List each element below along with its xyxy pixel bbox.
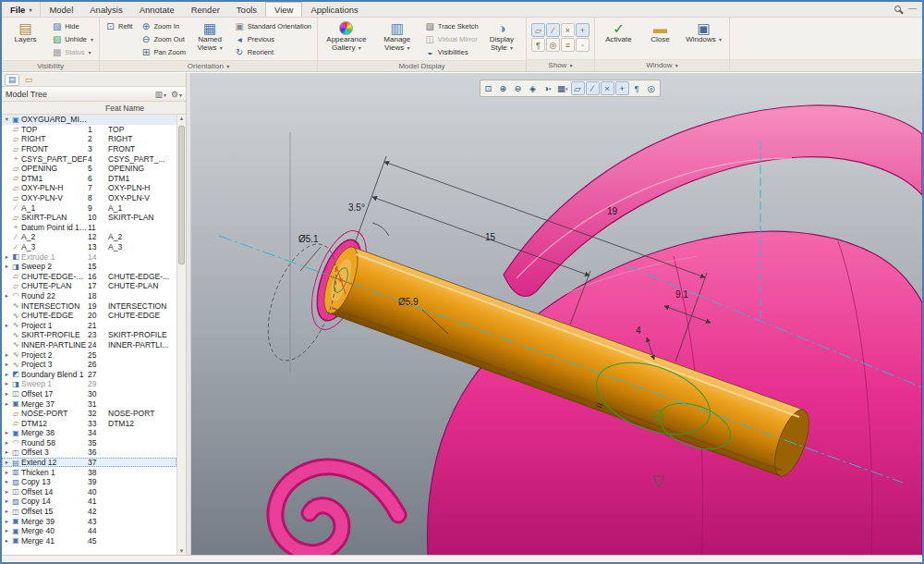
- feature-name[interactable]: Copy 14: [20, 497, 88, 506]
- annotation-display-toggle[interactable]: ¶: [531, 38, 545, 52]
- menu-tab-render[interactable]: Render: [183, 2, 228, 17]
- previous-button[interactable]: ◂Previous: [232, 32, 314, 45]
- tree-row[interactable]: ▱TOP1TOP: [2, 125, 176, 135]
- scroll-up-icon[interactable]: ▲: [177, 116, 186, 121]
- feature-name[interactable]: OXY-PLN-V: [20, 193, 88, 202]
- close-window-button[interactable]: ▬ Close: [642, 19, 678, 44]
- repaint-button[interactable]: ◈: [526, 81, 540, 95]
- status-button[interactable]: ▩Status▾: [49, 45, 96, 58]
- tree-row[interactable]: ∕A_313A_3: [2, 242, 176, 252]
- feature-name[interactable]: TOP: [20, 125, 88, 134]
- tree-row[interactable]: ▸▣Merge 3731: [2, 398, 176, 409]
- tree-row[interactable]: ∕A_19A_1: [2, 202, 176, 213]
- group-label-orientation[interactable]: Orientation ▾: [100, 60, 317, 71]
- feature-name[interactable]: Merge 37: [20, 399, 88, 409]
- saved-orientations-button[interactable]: ▦▾: [555, 81, 570, 95]
- datum-points-toggle[interactable]: ×: [601, 81, 614, 95]
- feature-name[interactable]: Round 58: [20, 438, 88, 448]
- scrollbar-thumb[interactable]: [178, 126, 185, 264]
- tree-row[interactable]: ▱FRONT3FRONT: [2, 144, 176, 154]
- windows-button[interactable]: ▣ Windows ▾: [681, 19, 726, 44]
- feature-name[interactable]: Merge 41: [20, 536, 88, 546]
- spin-center-display-toggle[interactable]: ◎: [546, 38, 560, 52]
- feature-name[interactable]: DTM1: [20, 174, 88, 183]
- plane-display-toggle[interactable]: ▱: [531, 23, 545, 37]
- scroll-down-icon[interactable]: ▼: [177, 548, 186, 554]
- spin-center-toggle[interactable]: ◎: [645, 81, 659, 95]
- display-style-button[interactable]: ◑▾: [541, 81, 554, 95]
- feature-name[interactable]: Offset 3: [20, 448, 88, 457]
- dim-4[interactable]: 4: [636, 325, 641, 336]
- feature-name[interactable]: Offset 17: [20, 389, 88, 398]
- tree-row[interactable]: ▸▣Merge 3834: [2, 428, 176, 438]
- silhouette-display-toggle[interactable]: ◦: [576, 38, 590, 52]
- virtual-mirror-button[interactable]: ◫Virtual Mirror: [422, 32, 478, 45]
- tree-row[interactable]: ▸◩Boundary Blend 127: [2, 369, 176, 379]
- unhide-button[interactable]: ▧Unhide▾: [49, 32, 96, 45]
- named-views-button[interactable]: ▦ Named Views ▾: [190, 19, 228, 53]
- folder-browser-tab[interactable]: ▭: [21, 74, 36, 86]
- tree-expand-icon[interactable]: ▸: [3, 469, 11, 476]
- trace-sketch-button[interactable]: ▨Trace Sketch: [422, 19, 478, 32]
- dim-dia-5-1[interactable]: Ø5.1: [298, 234, 319, 244]
- annotations-toggle[interactable]: ¶: [630, 81, 644, 95]
- tree-row[interactable]: ▸▤Extend 1237: [2, 458, 176, 468]
- tree-expand-icon[interactable]: ▸: [3, 400, 11, 408]
- tree-row[interactable]: ▱NOSE-PORT32NOSE-PORT: [2, 409, 176, 419]
- tree-row[interactable]: ∕A_212A_2: [2, 232, 176, 242]
- tree-expand-icon[interactable]: ▸: [3, 351, 11, 359]
- tree-row[interactable]: ▱DTM1233DTM12: [2, 418, 176, 428]
- feature-name[interactable]: Project 1: [20, 321, 88, 330]
- feature-name[interactable]: Boundary Blend 1: [20, 370, 88, 379]
- tree-row[interactable]: ▸▥Thicken 138: [2, 467, 176, 477]
- notes-display-toggle[interactable]: ≡: [561, 38, 575, 52]
- axis-display-toggle[interactable]: ∕: [546, 23, 560, 37]
- feature-name[interactable]: Merge 38: [20, 428, 88, 437]
- tree-row[interactable]: ▸▣Merge 3943: [2, 516, 176, 526]
- tree-row[interactable]: ▸∿Project 225: [2, 349, 176, 360]
- feature-name[interactable]: CHUTE-PLAN: [20, 281, 88, 290]
- dim-19[interactable]: 19: [607, 206, 618, 216]
- tree-row[interactable]: ▸◧Extrude 114: [2, 251, 176, 262]
- tree-row[interactable]: ▸▨Copy 1441: [2, 497, 176, 507]
- tree-row[interactable]: ▱CHUTE-EDGE-PLAN16CHUTE-EDGE-...: [2, 272, 176, 282]
- tree-expand-icon[interactable]: ▸: [3, 361, 11, 368]
- tree-expand-icon[interactable]: ▸: [3, 488, 11, 496]
- search-icon[interactable]: [894, 6, 901, 12]
- tree-row[interactable]: ▸◫Offset 1730: [2, 389, 176, 399]
- 3d-scene[interactable]: = 19 15 9.1 4: [191, 73, 922, 555]
- feature-name[interactable]: Offset 14: [20, 487, 88, 497]
- tree-row[interactable]: ▸◫Offset 1542: [2, 507, 176, 517]
- tree-expand-icon[interactable]: ▸: [3, 263, 11, 270]
- tree-row[interactable]: ∿INTERSECTION19INTERSECTION: [2, 300, 176, 311]
- reorient-button[interactable]: ↻Reorient: [232, 45, 314, 58]
- tree-row[interactable]: ▸◠Round 5835: [2, 438, 176, 448]
- display-style-button[interactable]: ◑ Display Style ▾: [480, 19, 523, 53]
- tree-row[interactable]: ▸◠Round 2218: [2, 291, 176, 301]
- feature-name[interactable]: Project 3: [20, 360, 88, 369]
- feature-name[interactable]: Thicken 1: [20, 468, 88, 477]
- feature-name[interactable]: DTM12: [20, 419, 88, 428]
- feature-name[interactable]: INTERSECTION: [20, 301, 88, 311]
- tree-expand-icon[interactable]: ▸: [3, 448, 11, 456]
- tree-expand-icon[interactable]: ▸: [3, 322, 11, 329]
- model-tree-tab[interactable]: ▤: [5, 74, 19, 86]
- zoom-out-button[interactable]: ⊖Zoom Out: [138, 32, 188, 45]
- tree-expand-icon[interactable]: ▸: [3, 253, 11, 261]
- feature-name[interactable]: CHUTE-EDGE: [20, 311, 88, 320]
- tree-row[interactable]: ▱CHUTE-PLAN17CHUTE-PLAN: [2, 281, 176, 291]
- datum-planes-toggle[interactable]: ▱: [571, 81, 585, 95]
- tree-row[interactable]: ▱SKIRT-PLAN10SKIRT-PLAN: [2, 213, 176, 223]
- tree-row[interactable]: ▱OPENING5OPENING: [2, 164, 176, 174]
- tree-row[interactable]: ▸∿Project 326: [2, 360, 176, 370]
- tree-expand-icon[interactable]: ▸: [3, 527, 11, 534]
- tree-row[interactable]: ▱OXY-PLN-V8OXY-PLN-V: [2, 193, 176, 203]
- tree-expand-icon[interactable]: ▸: [3, 508, 11, 515]
- tree-row[interactable]: ▾▣OXYGUARD_MINI_FLARE: [2, 115, 176, 125]
- zoom-in-button[interactable]: ⊕: [496, 81, 510, 95]
- tree-settings-icon[interactable]: ⚙▾: [171, 90, 182, 99]
- tree-expand-icon[interactable]: ▸: [3, 537, 11, 545]
- feature-name[interactable]: Merge 40: [20, 526, 88, 535]
- tree-expand-icon[interactable]: ▸: [3, 497, 11, 505]
- feature-name[interactable]: Merge 39: [20, 517, 88, 526]
